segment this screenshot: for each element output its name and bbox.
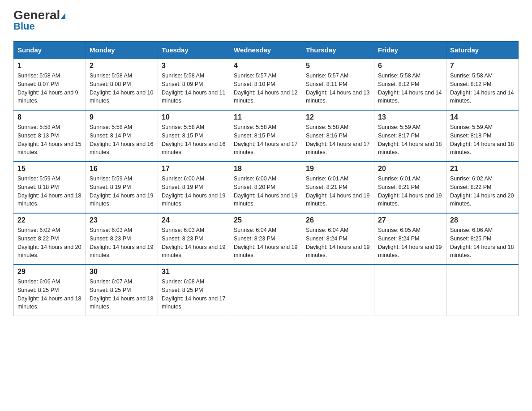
day-number: 20 (378, 165, 442, 173)
day-info: Sunrise: 5:58 AM Sunset: 8:12 PM Dayligh… (450, 72, 515, 105)
calendar-cell: 19 Sunrise: 6:01 AM Sunset: 8:21 PM Dayl… (302, 162, 374, 213)
day-number: 9 (90, 113, 154, 121)
day-number: 18 (234, 165, 298, 173)
calendar-cell: 29 Sunrise: 6:06 AM Sunset: 8:25 PM Dayl… (14, 265, 86, 316)
day-info: Sunrise: 5:59 AM Sunset: 8:17 PM Dayligh… (378, 123, 442, 157)
day-info: Sunrise: 5:58 AM Sunset: 8:13 PM Dayligh… (17, 123, 82, 157)
calendar-cell: 21 Sunrise: 6:02 AM Sunset: 8:22 PM Dayl… (446, 162, 519, 213)
day-info: Sunrise: 6:05 AM Sunset: 8:24 PM Dayligh… (378, 226, 442, 260)
day-number: 1 (17, 62, 82, 70)
day-number: 31 (162, 268, 226, 276)
day-number: 2 (90, 62, 154, 70)
day-info: Sunrise: 5:59 AM Sunset: 8:18 PM Dayligh… (17, 175, 82, 208)
day-number: 21 (450, 165, 515, 173)
day-info: Sunrise: 5:57 AM Sunset: 8:11 PM Dayligh… (306, 72, 370, 105)
calendar-cell: 3 Sunrise: 5:58 AM Sunset: 8:09 PM Dayli… (158, 59, 230, 110)
calendar-week-row: 15 Sunrise: 5:59 AM Sunset: 8:18 PM Dayl… (14, 162, 519, 213)
day-info: Sunrise: 6:01 AM Sunset: 8:21 PM Dayligh… (378, 175, 442, 208)
calendar-cell: 14 Sunrise: 5:59 AM Sunset: 8:18 PM Dayl… (446, 110, 519, 162)
day-info: Sunrise: 5:58 AM Sunset: 8:14 PM Dayligh… (90, 123, 154, 157)
calendar-cell: 15 Sunrise: 5:59 AM Sunset: 8:18 PM Dayl… (14, 162, 86, 213)
calendar-cell: 11 Sunrise: 5:58 AM Sunset: 8:15 PM Dayl… (230, 110, 302, 162)
calendar-cell (374, 265, 446, 316)
calendar-cell: 30 Sunrise: 6:07 AM Sunset: 8:25 PM Dayl… (86, 265, 158, 316)
header-sunday: Sunday (14, 42, 86, 59)
day-info: Sunrise: 6:02 AM Sunset: 8:22 PM Dayligh… (450, 175, 515, 208)
calendar-cell: 6 Sunrise: 5:58 AM Sunset: 8:12 PM Dayli… (374, 59, 446, 110)
logo-general: General (13, 9, 65, 21)
header-saturday: Saturday (446, 42, 519, 59)
calendar-cell: 1 Sunrise: 5:58 AM Sunset: 8:07 PM Dayli… (14, 59, 86, 110)
day-number: 14 (450, 113, 515, 121)
day-number: 29 (17, 268, 82, 276)
calendar-week-row: 29 Sunrise: 6:06 AM Sunset: 8:25 PM Dayl… (14, 265, 519, 316)
day-number: 22 (17, 216, 82, 224)
calendar-week-row: 8 Sunrise: 5:58 AM Sunset: 8:13 PM Dayli… (14, 110, 519, 162)
day-number: 5 (306, 62, 370, 70)
day-number: 13 (378, 113, 442, 121)
day-info: Sunrise: 5:58 AM Sunset: 8:07 PM Dayligh… (17, 72, 82, 105)
calendar-cell: 31 Sunrise: 6:08 AM Sunset: 8:25 PM Dayl… (158, 265, 230, 316)
header-wednesday: Wednesday (230, 42, 302, 59)
calendar-cell: 10 Sunrise: 5:58 AM Sunset: 8:15 PM Dayl… (158, 110, 230, 162)
calendar-cell: 9 Sunrise: 5:58 AM Sunset: 8:14 PM Dayli… (86, 110, 158, 162)
calendar-cell: 25 Sunrise: 6:04 AM Sunset: 8:23 PM Dayl… (230, 213, 302, 265)
day-number: 15 (17, 165, 82, 173)
day-number: 17 (162, 165, 226, 173)
calendar-cell: 5 Sunrise: 5:57 AM Sunset: 8:11 PM Dayli… (302, 59, 374, 110)
page-header: General Blue (13, 9, 519, 32)
logo-blue: Blue (13, 21, 35, 32)
day-number: 12 (306, 113, 370, 121)
day-number: 8 (17, 113, 82, 121)
day-number: 19 (306, 165, 370, 173)
calendar-cell: 13 Sunrise: 5:59 AM Sunset: 8:17 PM Dayl… (374, 110, 446, 162)
day-info: Sunrise: 6:03 AM Sunset: 8:23 PM Dayligh… (90, 226, 154, 260)
calendar-cell: 16 Sunrise: 5:59 AM Sunset: 8:19 PM Dayl… (86, 162, 158, 213)
calendar-cell: 4 Sunrise: 5:57 AM Sunset: 8:10 PM Dayli… (230, 59, 302, 110)
calendar-cell: 24 Sunrise: 6:03 AM Sunset: 8:23 PM Dayl… (158, 213, 230, 265)
day-number: 3 (162, 62, 226, 70)
day-number: 6 (378, 62, 442, 70)
day-info: Sunrise: 6:08 AM Sunset: 8:25 PM Dayligh… (162, 278, 226, 311)
calendar-week-row: 22 Sunrise: 6:02 AM Sunset: 8:22 PM Dayl… (14, 213, 519, 265)
day-info: Sunrise: 5:58 AM Sunset: 8:08 PM Dayligh… (90, 72, 154, 105)
day-number: 23 (90, 216, 154, 224)
day-info: Sunrise: 5:58 AM Sunset: 8:15 PM Dayligh… (162, 123, 226, 157)
calendar-cell: 20 Sunrise: 6:01 AM Sunset: 8:21 PM Dayl… (374, 162, 446, 213)
day-info: Sunrise: 6:01 AM Sunset: 8:21 PM Dayligh… (306, 175, 370, 208)
calendar-header-row: SundayMondayTuesdayWednesdayThursdayFrid… (14, 42, 519, 59)
day-info: Sunrise: 5:58 AM Sunset: 8:16 PM Dayligh… (306, 123, 370, 157)
day-info: Sunrise: 5:57 AM Sunset: 8:10 PM Dayligh… (234, 72, 298, 105)
day-number: 27 (378, 216, 442, 224)
day-number: 26 (306, 216, 370, 224)
header-friday: Friday (374, 42, 446, 59)
calendar-cell: 23 Sunrise: 6:03 AM Sunset: 8:23 PM Dayl… (86, 213, 158, 265)
calendar-cell: 7 Sunrise: 5:58 AM Sunset: 8:12 PM Dayli… (446, 59, 519, 110)
day-number: 30 (90, 268, 154, 276)
day-info: Sunrise: 5:58 AM Sunset: 8:15 PM Dayligh… (234, 123, 298, 157)
calendar-cell: 8 Sunrise: 5:58 AM Sunset: 8:13 PM Dayli… (14, 110, 86, 162)
calendar-cell (446, 265, 519, 316)
day-number: 28 (450, 216, 515, 224)
calendar-week-row: 1 Sunrise: 5:58 AM Sunset: 8:07 PM Dayli… (14, 59, 519, 110)
day-info: Sunrise: 6:07 AM Sunset: 8:25 PM Dayligh… (90, 278, 154, 311)
day-number: 11 (234, 113, 298, 121)
calendar-table: SundayMondayTuesdayWednesdayThursdayFrid… (13, 41, 519, 316)
day-number: 7 (450, 62, 515, 70)
calendar-cell: 17 Sunrise: 6:00 AM Sunset: 8:19 PM Dayl… (158, 162, 230, 213)
day-info: Sunrise: 6:02 AM Sunset: 8:22 PM Dayligh… (17, 226, 82, 260)
day-info: Sunrise: 6:06 AM Sunset: 8:25 PM Dayligh… (450, 226, 515, 260)
day-number: 16 (90, 165, 154, 173)
day-info: Sunrise: 6:00 AM Sunset: 8:20 PM Dayligh… (234, 175, 298, 208)
calendar-cell: 2 Sunrise: 5:58 AM Sunset: 8:08 PM Dayli… (86, 59, 158, 110)
calendar-cell (302, 265, 374, 316)
calendar-cell: 18 Sunrise: 6:00 AM Sunset: 8:20 PM Dayl… (230, 162, 302, 213)
day-number: 4 (234, 62, 298, 70)
day-number: 10 (162, 113, 226, 121)
calendar-cell: 26 Sunrise: 6:04 AM Sunset: 8:24 PM Dayl… (302, 213, 374, 265)
day-info: Sunrise: 6:06 AM Sunset: 8:25 PM Dayligh… (17, 278, 82, 311)
day-info: Sunrise: 5:59 AM Sunset: 8:18 PM Dayligh… (450, 123, 515, 157)
day-info: Sunrise: 5:58 AM Sunset: 8:12 PM Dayligh… (378, 72, 442, 105)
calendar-cell: 28 Sunrise: 6:06 AM Sunset: 8:25 PM Dayl… (446, 213, 519, 265)
header-tuesday: Tuesday (158, 42, 230, 59)
